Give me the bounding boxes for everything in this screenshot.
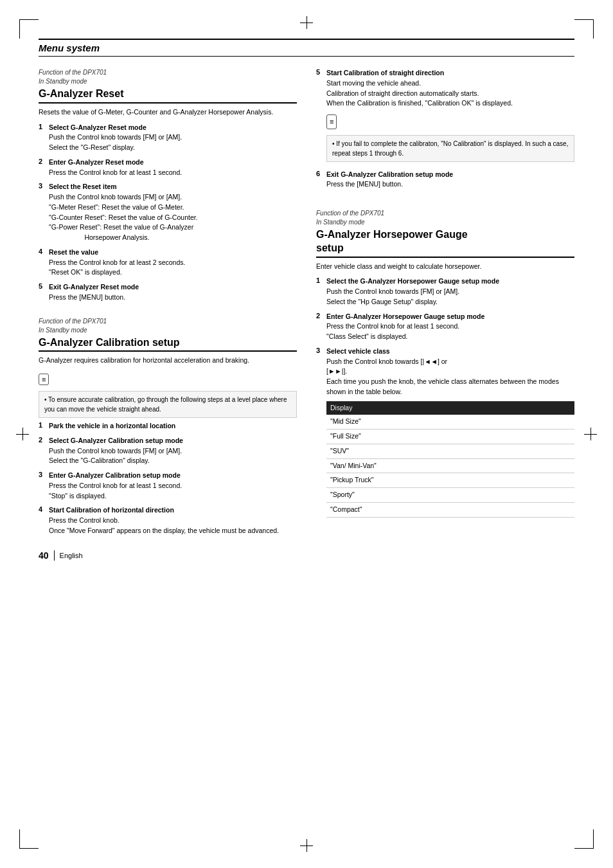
step-num: 3 [39, 471, 46, 501]
step-content: Start Calibration of straight direction … [326, 68, 574, 165]
step-title: Start Calibration of straight direction [326, 68, 574, 78]
table-cell: "Sporty" [326, 488, 574, 503]
table-row: "Van/ Mini-Van" [326, 458, 574, 473]
table-cell: "Pickup Truck" [326, 473, 574, 488]
table-row: "Compact" [326, 502, 574, 517]
section-desc-2: G-Analyzer requires calibration for hori… [39, 356, 297, 366]
section-horsepower-gauge: Function of the DPX701 In Standby mode G… [316, 209, 574, 518]
step-body: Push the Control knob towards [FM] or [A… [326, 287, 499, 307]
step-num: 4 [39, 248, 46, 278]
step-body: Push the Control knob towards [FM] or [A… [49, 446, 183, 467]
step-body: Push the Control knob towards [|◄◄] or [… [326, 357, 574, 397]
step-num: 2 [316, 312, 324, 342]
section-desc-1: Resets the value of G-Meter, G-Counter a… [39, 107, 297, 118]
step-2-1: 1 Park the vehicle in a horizontal locat… [39, 421, 297, 431]
step-body: Press the [MENU] button. [49, 293, 139, 303]
step-2-2: 2 Select G-Analyzer Calibration setup mo… [39, 436, 297, 466]
step-content: Park the vehicle in a horizontal locatio… [49, 421, 175, 431]
step-r-5: 5 Start Calibration of straight directio… [316, 68, 574, 165]
note-text: To ensure accurate calibration, go throu… [44, 396, 287, 413]
step-1-2: 2 Enter G-Analyzer Reset mode Press the … [39, 158, 297, 178]
table-row: "Pickup Truck" [326, 473, 574, 488]
step-num: 3 [39, 182, 46, 243]
step-hp-3: 3 Select vehicle class Push the Control … [316, 347, 574, 518]
step-content: Select G-Analyzer Calibration setup mode… [49, 436, 183, 466]
step5-icon-box: ≡ [326, 112, 574, 132]
function-label-r2: Function of the DPX701 In Standby mode [316, 209, 574, 227]
page-footer: 40 English [39, 550, 297, 561]
step-content: Start Calibration of horizontal directio… [49, 505, 279, 536]
table-row: "Sporty" [326, 488, 574, 503]
corner-mark-tl [19, 19, 39, 39]
step-title: Exit G-Analyzer Reset mode [49, 282, 139, 293]
corner-mark-bl [19, 829, 39, 849]
section-desc-r2: Enter vehicle class and weight to calcul… [316, 262, 574, 272]
step-num: 2 [39, 158, 46, 178]
table-row: "Mid Size" [326, 415, 574, 429]
step-r-6: 6 Exit G-Analyzer Calibration setup mode… [316, 170, 574, 190]
step-content: Enter G-Analyzer Horsepower Gauge setup … [326, 312, 484, 342]
table-cell: "Full Size" [326, 429, 574, 444]
step-hp-2: 2 Enter G-Analyzer Horsepower Gauge setu… [316, 312, 574, 342]
table-row: "Full Size" [326, 429, 574, 444]
step-content: Enter G-Analyzer Calibration setup mode … [49, 471, 182, 501]
step-title: Park the vehicle in a horizontal locatio… [49, 421, 175, 431]
vehicle-class-table: Display "Mid Size""Full Size""SUV""Van/ … [326, 401, 574, 518]
function-label-1: Function of the DPX701 In Standby mode [39, 68, 297, 86]
step-body: Press the Control knob for at least 1 se… [326, 321, 484, 342]
step-num: 6 [316, 170, 324, 190]
right-column: 5 Start Calibration of straight directio… [316, 68, 574, 561]
step-title: Reset the value [49, 248, 185, 258]
step-content: Enter G-Analyzer Reset mode Press the Co… [49, 158, 182, 178]
step-num: 1 [316, 276, 324, 307]
step-title: Select the G-Analyzer Horsepower Gauge s… [326, 276, 499, 287]
step-2-3: 3 Enter G-Analyzer Calibration setup mod… [39, 471, 297, 501]
step-title: Select G-Analyzer Reset mode [49, 123, 182, 133]
menu-icon-2: ≡ [326, 114, 337, 129]
step-content: Reset the value Press the Control knob f… [49, 248, 185, 278]
section-g-analyzer-reset: Function of the DPX701 In Standby mode G… [39, 68, 297, 303]
crosshair-right [584, 428, 597, 440]
step-body: Push the Control knob towards [FM] or [A… [49, 192, 198, 243]
section-calibration-continued: 5 Start Calibration of straight directio… [316, 68, 574, 190]
step-body: Press the [MENU] button. [326, 179, 453, 190]
step-1-1: 1 Select G-Analyzer Reset mode Push the … [39, 123, 297, 153]
step-num: 3 [316, 347, 324, 518]
step-1-4: 4 Reset the value Press the Control knob… [39, 248, 297, 278]
step-body: Push the Control knob towards [FM] or [A… [49, 132, 182, 153]
corner-mark-tr [574, 19, 594, 39]
table-cell: "Van/ Mini-Van" [326, 458, 574, 473]
step-hp-1: 1 Select the G-Analyzer Horsepower Gauge… [316, 276, 574, 307]
step-num: 1 [39, 421, 46, 431]
calibration-note: To ensure accurate calibration, go throu… [39, 391, 297, 418]
step-num: 1 [39, 123, 46, 153]
menu-icon: ≡ [39, 374, 49, 385]
section-title-r2: G-Analyzer Horsepower Gauge setup [316, 228, 574, 258]
table-cell: "SUV" [326, 444, 574, 458]
step-body: Press the Control knob for at least 1 se… [49, 481, 182, 502]
step-title: Start Calibration of horizontal directio… [49, 505, 279, 516]
step-content: Select the G-Analyzer Horsepower Gauge s… [326, 276, 499, 307]
step-title: Enter G-Analyzer Calibration setup mode [49, 471, 182, 481]
step-body: Press the Control knob for at least 2 se… [49, 258, 185, 278]
step-title: Enter G-Analyzer Reset mode [49, 158, 182, 168]
two-column-layout: Function of the DPX701 In Standby mode G… [39, 68, 574, 561]
step-content: Exit G-Analyzer Calibration setup mode P… [326, 170, 453, 190]
step-title: Select vehicle class [326, 347, 574, 357]
section-g-analyzer-calibration: Function of the DPX701 In Standby mode G… [39, 317, 297, 536]
crosshair-left [16, 428, 29, 440]
step-title: Exit G-Analyzer Calibration setup mode [326, 170, 453, 180]
calibration-icon-box: ≡ [39, 371, 297, 388]
step-body: Start moving the vehicle ahead. Calibrat… [326, 78, 574, 109]
page-number: 40 [39, 550, 49, 561]
crosshair-top [300, 16, 313, 29]
step-num: 5 [39, 282, 46, 303]
table-cell: "Mid Size" [326, 415, 574, 429]
step-title: Enter G-Analyzer Horsepower Gauge setup … [326, 312, 484, 322]
left-column: Function of the DPX701 In Standby mode G… [39, 68, 297, 561]
step-content: Select G-Analyzer Reset mode Push the Co… [49, 123, 182, 153]
step-content: Select vehicle class Push the Control kn… [326, 347, 574, 518]
step-num: 5 [316, 68, 324, 165]
page-header: Menu system [39, 39, 574, 57]
step-num: 4 [39, 505, 46, 536]
